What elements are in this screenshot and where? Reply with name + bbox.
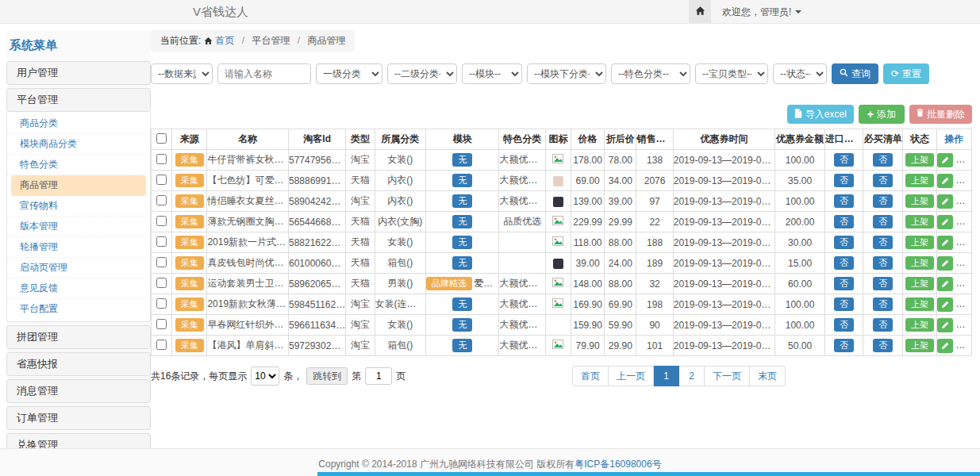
sidebar-item-1-3[interactable]: 商品管理 bbox=[11, 175, 146, 196]
must-buy-badge[interactable]: 否 bbox=[873, 318, 893, 332]
sidebar-item-1-2[interactable]: 特色分类 bbox=[7, 155, 150, 175]
status-badge[interactable]: 上架 bbox=[905, 256, 934, 270]
page-number-button[interactable]: 2 bbox=[679, 366, 705, 386]
edit-button[interactable] bbox=[937, 236, 953, 250]
discounted-price-cell: 88.00 bbox=[605, 232, 636, 253]
edit-button[interactable] bbox=[937, 215, 953, 229]
edit-button[interactable] bbox=[937, 339, 953, 353]
name-search-input[interactable] bbox=[217, 63, 311, 84]
filter-select-4[interactable]: --模块下分类-- bbox=[527, 63, 606, 84]
filter-select-3[interactable]: --模块-- bbox=[462, 63, 522, 84]
status-badge[interactable]: 上架 bbox=[905, 194, 934, 208]
row-checkbox[interactable] bbox=[156, 278, 167, 288]
icp-link[interactable]: 粤ICP备16098006号 bbox=[575, 459, 661, 470]
edit-button[interactable] bbox=[937, 194, 953, 209]
filter-select-5[interactable]: --特色分类-- bbox=[611, 63, 690, 84]
row-checkbox[interactable] bbox=[156, 195, 167, 205]
table-row-3: 采集薄款无钢圈文胸聚拢性...565446685867天猫内衣(文胸)无品质优选… bbox=[152, 212, 972, 232]
import-select-badge[interactable]: 否 bbox=[834, 318, 854, 332]
sidebar-group-4[interactable]: 消息管理 bbox=[6, 379, 151, 403]
next-page-button[interactable]: 下一页 bbox=[705, 366, 750, 386]
must-buy-badge[interactable]: 否 bbox=[873, 215, 893, 228]
user-menu[interactable]: 欢迎您，管理员! bbox=[722, 6, 801, 19]
sidebar-item-1-9[interactable]: 平台配置 bbox=[7, 299, 150, 320]
bottom-scrollbar[interactable] bbox=[317, 472, 980, 476]
per-page-select[interactable]: 10 bbox=[251, 367, 279, 386]
sidebar-item-1-4[interactable]: 宣传物料 bbox=[7, 196, 150, 217]
edit-button[interactable] bbox=[937, 277, 953, 291]
import-select-badge[interactable]: 否 bbox=[834, 339, 854, 352]
first-page-button[interactable]: 首页 bbox=[572, 366, 609, 386]
import-excel-button[interactable]: 导入excel bbox=[787, 105, 854, 124]
must-buy-badge[interactable]: 否 bbox=[873, 153, 893, 167]
page-number-input[interactable] bbox=[365, 367, 392, 385]
must-buy-badge[interactable]: 否 bbox=[873, 298, 893, 311]
reset-button[interactable]: ⟳ 重置 bbox=[883, 63, 929, 84]
status-badge[interactable]: 上架 bbox=[905, 298, 934, 311]
import-select-badge[interactable]: 否 bbox=[834, 194, 854, 208]
edit-button[interactable] bbox=[937, 318, 953, 332]
status-badge[interactable]: 上架 bbox=[905, 174, 934, 187]
sidebar-group-2[interactable]: 拼团管理 bbox=[6, 325, 151, 349]
row-checkbox[interactable] bbox=[156, 236, 167, 247]
row-checkbox[interactable] bbox=[156, 340, 167, 350]
status-badge[interactable]: 上架 bbox=[905, 339, 934, 352]
must-buy-badge[interactable]: 否 bbox=[873, 256, 893, 270]
filter-select-7[interactable]: --状态-- bbox=[773, 63, 827, 84]
sidebar-group-6[interactable]: 兑换管理 bbox=[6, 433, 151, 448]
filter-select-0[interactable]: --数据来源-- bbox=[151, 63, 213, 84]
must-buy-badge[interactable]: 否 bbox=[873, 236, 893, 249]
row-checkbox[interactable] bbox=[156, 216, 167, 226]
import-select-badge[interactable]: 否 bbox=[834, 174, 854, 187]
row-checkbox[interactable] bbox=[156, 257, 167, 267]
status-badge[interactable]: 上架 bbox=[905, 153, 934, 167]
select-all-checkbox[interactable] bbox=[156, 133, 167, 144]
page-number-button[interactable]: 1 bbox=[654, 366, 679, 386]
sidebar-group-0[interactable]: 用户管理 bbox=[6, 61, 151, 85]
status-badge[interactable]: 上架 bbox=[905, 318, 934, 332]
edit-button[interactable] bbox=[937, 174, 953, 188]
status-badge[interactable]: 上架 bbox=[905, 277, 934, 290]
row-checkbox[interactable] bbox=[156, 154, 167, 164]
edit-button[interactable] bbox=[937, 298, 953, 312]
import-select-badge[interactable]: 否 bbox=[834, 153, 854, 167]
sidebar-item-1-5[interactable]: 版本管理 bbox=[7, 217, 150, 237]
prev-page-button[interactable]: 上一页 bbox=[609, 366, 654, 386]
must-buy-badge[interactable]: 否 bbox=[873, 339, 893, 352]
filter-select-6[interactable]: --宝贝类型-- bbox=[695, 63, 768, 84]
row-checkbox[interactable] bbox=[156, 319, 167, 329]
query-button[interactable]: 查询 bbox=[832, 63, 878, 84]
import-select-badge[interactable]: 否 bbox=[834, 298, 854, 311]
import-select-badge[interactable]: 否 bbox=[834, 236, 854, 249]
must-buy-badge[interactable]: 否 bbox=[873, 174, 893, 187]
sidebar-item-1-7[interactable]: 启动页管理 bbox=[7, 258, 150, 278]
filter-select-1[interactable]: 一级分类 bbox=[316, 63, 382, 84]
row-checkbox[interactable] bbox=[156, 298, 167, 309]
batch-delete-button[interactable]: 批量删除 bbox=[909, 105, 972, 124]
must-buy-badge[interactable]: 否 bbox=[873, 194, 893, 208]
import-select-badge[interactable]: 否 bbox=[834, 215, 854, 228]
filter-select-2[interactable]: --二级分类-- bbox=[387, 63, 457, 84]
jump-button[interactable]: 跳转到 bbox=[306, 367, 348, 385]
product-name: 【七色纺】可爱纯棉家... bbox=[207, 171, 289, 191]
home-button[interactable] bbox=[689, 0, 711, 24]
module-badge: 无 bbox=[452, 318, 472, 332]
import-select-badge[interactable]: 否 bbox=[834, 277, 854, 290]
sidebar-item-1-0[interactable]: 商品分类 bbox=[7, 113, 150, 134]
sidebar-group-3[interactable]: 省惠快报 bbox=[6, 352, 151, 376]
row-checkbox[interactable] bbox=[156, 175, 167, 185]
sidebar-item-1-8[interactable]: 意见反馈 bbox=[7, 278, 150, 299]
last-page-button[interactable]: 末页 bbox=[750, 366, 786, 386]
sidebar-item-1-6[interactable]: 轮播管理 bbox=[7, 237, 150, 258]
add-button[interactable]: + 添加 bbox=[859, 105, 905, 124]
sidebar-item-1-1[interactable]: 模块商品分类 bbox=[7, 134, 150, 155]
sidebar-group-5[interactable]: 订单管理 bbox=[6, 406, 151, 430]
status-badge[interactable]: 上架 bbox=[905, 215, 934, 228]
must-buy-badge[interactable]: 否 bbox=[873, 277, 893, 290]
sidebar-group-1[interactable]: 平台管理 bbox=[6, 88, 151, 112]
edit-button[interactable] bbox=[937, 256, 953, 271]
edit-button[interactable] bbox=[937, 153, 953, 167]
import-select-badge[interactable]: 否 bbox=[834, 256, 854, 270]
status-badge[interactable]: 上架 bbox=[905, 236, 934, 249]
breadcrumb-home-link[interactable]: 首页 bbox=[215, 35, 234, 46]
